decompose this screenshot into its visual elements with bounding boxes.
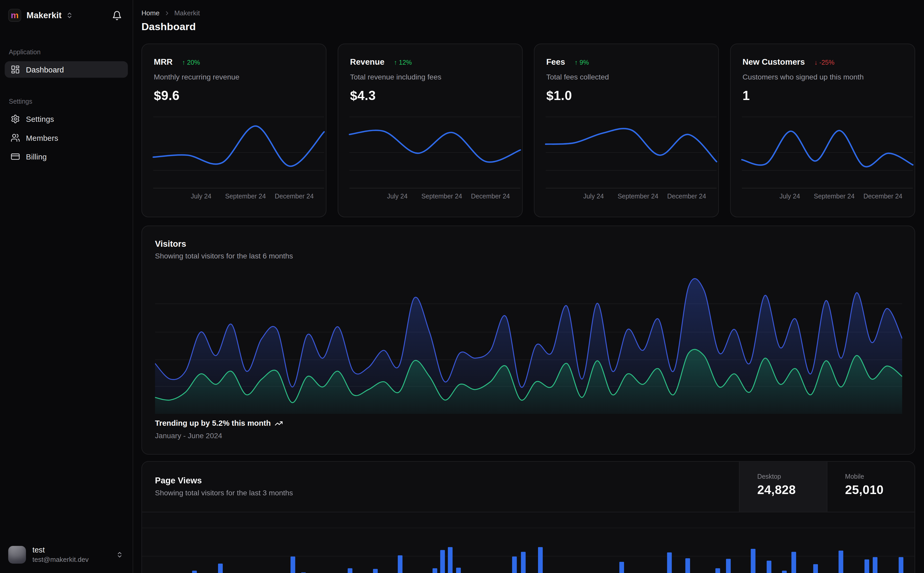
trend-badge: ↓-25% bbox=[814, 59, 835, 66]
stat-value: $4.3 bbox=[338, 88, 522, 103]
trending-up-icon bbox=[275, 419, 283, 427]
bar bbox=[864, 559, 869, 573]
sidebar-nav: Application Dashboard Settings Settings bbox=[0, 48, 133, 165]
bar bbox=[440, 550, 445, 573]
user-email: test@makerkit.dev bbox=[33, 556, 89, 564]
breadcrumb-home-link[interactable]: Home bbox=[141, 9, 160, 16]
chevron-right-icon bbox=[164, 9, 170, 16]
bar bbox=[192, 571, 197, 573]
bar bbox=[838, 551, 843, 573]
page-title: Dashboard bbox=[141, 20, 915, 33]
page-views-toggle: Desktop 24,828 Mobile 25,010 bbox=[739, 462, 915, 512]
axis-label: December 24 bbox=[275, 193, 314, 199]
visitors-card: Visitors Showing total visitors for the … bbox=[141, 225, 915, 454]
new-customers-sparkline-chart: July 24September 24December 24 bbox=[742, 117, 913, 203]
mrr-sparkline-chart: July 24September 24December 24 bbox=[153, 117, 324, 203]
bar bbox=[726, 559, 731, 573]
bar bbox=[813, 564, 818, 573]
stat-description: Total revenue including fees bbox=[338, 73, 522, 81]
app-window: m Makerkit Application Dashboard Setting… bbox=[0, 0, 924, 573]
sidebar-item-label: Settings bbox=[26, 114, 54, 124]
stat-title: MRR bbox=[154, 57, 173, 66]
visitors-subtitle: Showing total visitors for the last 6 mo… bbox=[155, 252, 902, 260]
nav-section-label: Application bbox=[5, 48, 128, 55]
sidebar-item-settings[interactable]: Settings bbox=[5, 111, 128, 127]
axis-label: September 24 bbox=[421, 193, 462, 199]
stat-description: Customers who signed up this month bbox=[731, 73, 915, 81]
bar bbox=[715, 568, 720, 573]
axis-label: July 24 bbox=[583, 193, 604, 199]
arrow-up-icon: ↑ bbox=[574, 59, 577, 66]
bar bbox=[751, 549, 755, 573]
tab-mobile[interactable]: Mobile 25,010 bbox=[827, 462, 915, 512]
bar bbox=[373, 569, 378, 573]
axis-label: December 24 bbox=[471, 193, 510, 199]
bar bbox=[218, 564, 223, 573]
axis-label: September 24 bbox=[814, 193, 855, 199]
chevrons-up-down-icon bbox=[66, 12, 73, 19]
page-views-header: Page Views Showing total visitors for th… bbox=[142, 462, 915, 512]
makerkit-logo: m bbox=[8, 9, 21, 22]
notifications-bell-icon[interactable] bbox=[112, 10, 122, 20]
bar bbox=[448, 547, 452, 573]
main-content: Home Makerkit Dashboard MRR ↑20% Monthly… bbox=[133, 0, 924, 573]
visitors-trend-text: Trending up by 5.2% this month bbox=[155, 419, 271, 427]
stat-card-fees: Fees ↑9% Total fees collected $1.0 July … bbox=[534, 44, 719, 218]
axis-label: September 24 bbox=[618, 193, 658, 199]
stat-title: Fees bbox=[546, 57, 565, 66]
tab-mobile-label: Mobile bbox=[845, 473, 915, 480]
bar bbox=[767, 560, 772, 573]
trend-badge: ↑9% bbox=[574, 59, 589, 66]
axis-label: July 24 bbox=[191, 193, 211, 199]
arrow-down-icon: ↓ bbox=[814, 59, 817, 66]
sidebar-item-label: Billing bbox=[26, 152, 47, 161]
user-name: test bbox=[33, 545, 89, 554]
stat-description: Total fees collected bbox=[534, 73, 718, 81]
tab-mobile-value: 25,010 bbox=[845, 483, 915, 497]
workspace-selector[interactable]: m Makerkit bbox=[0, 0, 133, 31]
stat-value: $9.6 bbox=[142, 88, 326, 103]
bars-layer bbox=[155, 513, 902, 573]
visitors-area-chart bbox=[155, 274, 902, 414]
bar bbox=[686, 558, 690, 573]
bar bbox=[538, 547, 543, 573]
axis-label: December 24 bbox=[667, 193, 706, 199]
users-icon bbox=[11, 133, 20, 142]
trend-badge: ↑12% bbox=[394, 59, 412, 66]
bar bbox=[348, 568, 353, 573]
sidebar-item-billing[interactable]: Billing bbox=[5, 148, 128, 165]
axis-label: December 24 bbox=[863, 193, 902, 199]
bar bbox=[521, 552, 526, 573]
bar bbox=[456, 568, 461, 573]
stat-value: 1 bbox=[731, 88, 915, 103]
arrow-up-icon: ↑ bbox=[182, 59, 185, 66]
dashboard-icon bbox=[11, 65, 20, 74]
stat-description: Monthly recurring revenue bbox=[142, 73, 326, 81]
bar bbox=[791, 552, 796, 573]
arrow-up-icon: ↑ bbox=[394, 59, 397, 66]
chevrons-up-down-icon bbox=[116, 551, 123, 558]
bar bbox=[290, 557, 295, 573]
trend-badge: ↑20% bbox=[182, 59, 200, 66]
avatar bbox=[8, 546, 26, 564]
visitors-date-range: January - June 2024 bbox=[155, 432, 283, 440]
sidebar: m Makerkit Application Dashboard Setting… bbox=[0, 0, 133, 573]
page-views-bar-chart bbox=[142, 513, 915, 573]
bar bbox=[620, 562, 624, 573]
bar bbox=[873, 557, 877, 573]
stat-title: New Customers bbox=[743, 57, 805, 66]
bar bbox=[782, 571, 787, 573]
stat-card-mrr: MRR ↑20% Monthly recurring revenue $9.6 … bbox=[141, 44, 326, 218]
sidebar-item-members[interactable]: Members bbox=[5, 130, 128, 146]
bar bbox=[512, 557, 517, 573]
tab-desktop[interactable]: Desktop 24,828 bbox=[739, 462, 827, 512]
revenue-sparkline-chart: July 24September 24December 24 bbox=[349, 117, 520, 203]
credit-card-icon bbox=[11, 152, 20, 161]
user-menu[interactable]: test test@makerkit.dev bbox=[0, 536, 133, 573]
sidebar-item-label: Dashboard bbox=[26, 65, 64, 74]
sidebar-item-dashboard[interactable]: Dashboard bbox=[5, 61, 128, 78]
page-views-card: Page Views Showing total visitors for th… bbox=[141, 461, 915, 573]
gear-icon bbox=[11, 114, 20, 124]
sparkline-path bbox=[349, 130, 520, 162]
bar bbox=[899, 557, 904, 573]
